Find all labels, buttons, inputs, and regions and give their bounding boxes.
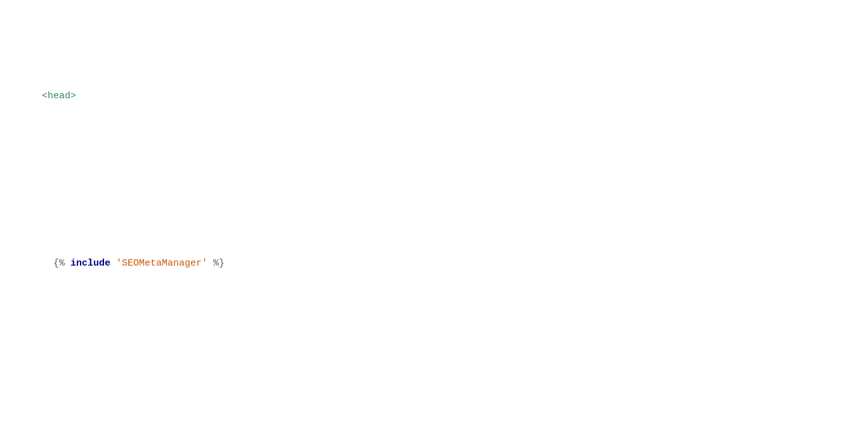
line-include-seo: {% include 'SEOMetaManager' %}	[19, 226, 849, 302]
line-meta-charset: <meta charset="utf-8">	[19, 408, 849, 438]
keyword-include1: include	[70, 258, 110, 269]
liquid-close1: %}	[207, 258, 225, 269]
code-viewer: <head> {% include 'SEOMetaManager' %} <m…	[19, 13, 849, 438]
line-head-open: <head>	[19, 74, 849, 119]
tag-head: <head>	[42, 91, 76, 101]
include-seovalue: 'SEOMetaManager'	[116, 258, 207, 269]
liquid-space1	[110, 258, 116, 269]
liquid-open1: {%	[53, 258, 70, 269]
